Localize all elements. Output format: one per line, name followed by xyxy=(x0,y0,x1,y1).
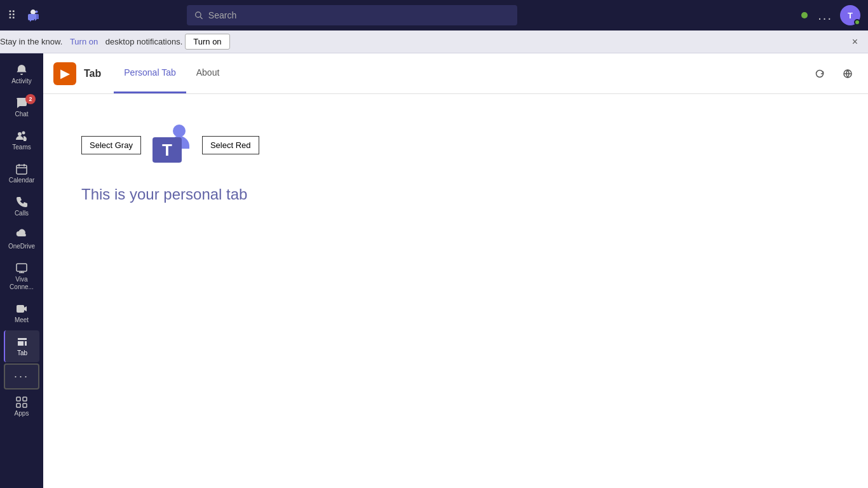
search-bar[interactable] xyxy=(187,5,517,25)
svg-rect-6 xyxy=(17,397,20,401)
teams-logo-large: T xyxy=(146,119,197,170)
sidebar-item-tab-label: Tab xyxy=(17,349,27,357)
refresh-icon xyxy=(815,69,825,79)
grid-icon[interactable]: ⠿ xyxy=(8,8,16,22)
topbar-more-button[interactable]: ... xyxy=(818,8,832,23)
svg-line-1 xyxy=(201,17,203,19)
online-status-dot xyxy=(801,12,808,18)
app-icon: ▶ xyxy=(53,62,76,85)
tab-about[interactable]: About xyxy=(186,53,230,93)
viva-icon xyxy=(15,262,28,274)
sidebar-item-viva[interactable]: Viva Conne... xyxy=(4,257,39,296)
svg-rect-4 xyxy=(17,165,27,174)
tab-icon xyxy=(16,336,29,348)
app-header: ▶ Tab Personal Tab About xyxy=(43,53,868,94)
svg-rect-8 xyxy=(17,403,20,407)
sidebar: Activity Chat 2 Teams xyxy=(0,53,43,488)
button-group: Select Gray T Select Red xyxy=(81,119,830,170)
notif-message-after: desktop notifications. xyxy=(105,37,182,46)
notif-message-before: Stay in the know. xyxy=(0,37,62,46)
svg-rect-9 xyxy=(23,403,27,407)
svg-point-3 xyxy=(22,132,25,135)
phone-icon xyxy=(15,196,28,208)
close-notification-button[interactable]: × xyxy=(852,36,858,48)
sidebar-item-onedrive[interactable]: OneDrive xyxy=(4,224,39,255)
globe-icon xyxy=(843,69,853,79)
sidebar-item-teams[interactable]: Teams xyxy=(4,125,39,156)
sidebar-item-meet-label: Meet xyxy=(15,316,29,324)
tab-about-label: About xyxy=(196,67,220,78)
sidebar-item-more[interactable]: ··· xyxy=(4,363,39,390)
video-icon xyxy=(15,302,28,315)
svg-point-0 xyxy=(196,12,201,17)
sidebar-item-onedrive-label: OneDrive xyxy=(8,243,35,250)
tab-navigation: Personal Tab About xyxy=(114,53,229,93)
cloud-icon xyxy=(15,229,28,241)
chat-badge: 2 xyxy=(25,94,36,104)
sidebar-item-calendar-label: Calendar xyxy=(9,177,35,184)
avatar-status-indicator xyxy=(854,19,860,25)
sidebar-item-apps[interactable]: Apps xyxy=(4,391,39,423)
sidebar-item-meet[interactable]: Meet xyxy=(4,297,39,329)
content-area: ▶ Tab Personal Tab About xyxy=(43,53,868,488)
select-gray-button[interactable]: Select Gray xyxy=(81,136,141,154)
app-name: Tab xyxy=(84,68,101,79)
sidebar-item-activity-label: Activity xyxy=(11,78,32,85)
calendar-icon xyxy=(15,163,28,175)
apps-icon xyxy=(15,396,28,409)
teams-logo-icon xyxy=(24,6,43,25)
topbar-right: ... T xyxy=(801,5,860,25)
search-input[interactable] xyxy=(208,10,510,20)
sidebar-item-chat-label: Chat xyxy=(15,111,28,118)
notification-banner: Stay in the know. Turn on desktop notifi… xyxy=(0,30,868,53)
select-red-button[interactable]: Select Red xyxy=(202,136,259,154)
sidebar-item-calendar[interactable]: Calendar xyxy=(4,158,39,189)
tab-content: Select Gray T Select Red This is your pe… xyxy=(43,94,868,488)
svg-point-11 xyxy=(173,125,186,137)
turn-on-button[interactable]: Turn on xyxy=(185,34,229,50)
more-dots-icon: ··· xyxy=(14,370,29,383)
svg-text:T: T xyxy=(162,140,172,159)
sidebar-item-teams-label: Teams xyxy=(12,144,31,151)
bell-icon xyxy=(15,64,28,76)
sidebar-item-tab[interactable]: Tab xyxy=(4,330,39,362)
avatar-container[interactable]: T xyxy=(840,5,860,25)
sidebar-item-chat[interactable]: Chat 2 xyxy=(4,92,39,123)
header-actions xyxy=(810,64,858,84)
sidebar-item-apps-label: Apps xyxy=(15,410,29,417)
svg-rect-7 xyxy=(23,397,27,401)
sidebar-item-calls-label: Calls xyxy=(15,210,29,217)
teams-icon xyxy=(15,130,28,142)
sidebar-item-activity[interactable]: Activity xyxy=(4,58,39,90)
tab-personal-label: Personal Tab xyxy=(124,67,175,78)
main-layout: Activity Chat 2 Teams xyxy=(0,53,868,488)
tab-personal[interactable]: Personal Tab xyxy=(114,53,186,93)
search-icon xyxy=(194,11,203,20)
personal-tab-heading: This is your personal tab xyxy=(81,186,830,203)
notif-turn-on-link[interactable]: Turn on xyxy=(70,37,98,46)
refresh-button[interactable] xyxy=(810,64,830,84)
svg-rect-5 xyxy=(17,264,27,271)
sidebar-item-calls[interactable]: Calls xyxy=(4,191,39,222)
svg-point-2 xyxy=(18,132,22,136)
topbar: ⠿ ... T xyxy=(0,0,868,30)
open-browser-button[interactable] xyxy=(837,64,858,84)
sidebar-item-viva-label: Viva Conne... xyxy=(6,276,37,291)
